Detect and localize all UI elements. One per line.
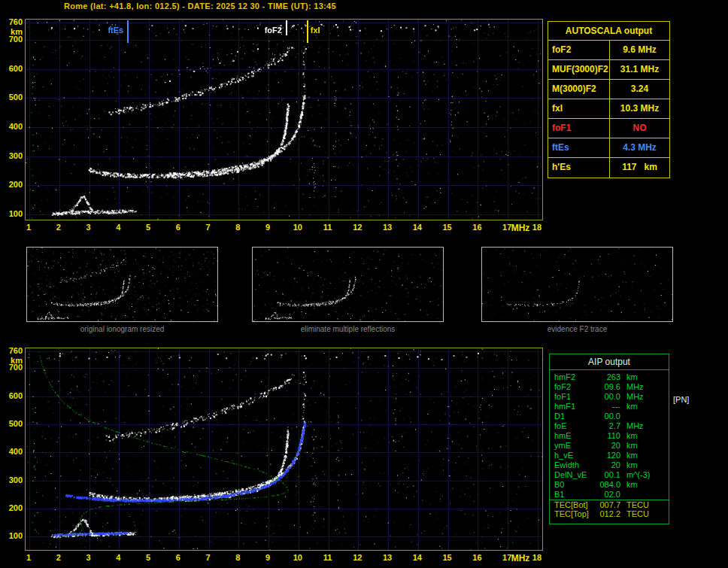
aip-param-unit: m^(-3) — [620, 470, 669, 480]
aip-table-rows: hmF2263kmfoF209.6MHzfoF100.0MHzhmF1---km… — [550, 372, 669, 519]
aip-param-value: 20 — [593, 460, 620, 470]
thumbnail-original-ionogram-canvas — [27, 248, 217, 321]
x-tick-label: 8 — [230, 223, 245, 232]
x-tick-label: 13 — [380, 553, 395, 562]
aip-row-foE: foE2.7MHz — [550, 421, 669, 431]
thumbnail-evidence-f2-trace-canvas — [482, 248, 672, 321]
autoscala-param-name: ftEs — [548, 138, 610, 157]
y-tick-label: 200 — [2, 180, 23, 189]
autoscala-param-value: 9.6 MHz — [610, 41, 669, 59]
x-tick-label: 15 — [440, 553, 455, 562]
x-tick-label: 3 — [81, 553, 96, 562]
aip-param-name: B1 — [550, 490, 593, 500]
x-tick-label: 12 — [350, 553, 365, 562]
autoscala-row-ftEs: ftEs4.3 MHz — [548, 138, 669, 158]
aip-param-unit: km — [620, 402, 669, 412]
autoscala-row-foF1: foF1NO — [548, 119, 669, 138]
aip-param-name: D1 — [550, 412, 593, 421]
x-tick-label: 16 — [469, 223, 484, 232]
aip-param-value: 20 — [593, 441, 620, 451]
x-tick-label: 9 — [260, 553, 275, 562]
x-tick-label: 7 — [201, 553, 216, 562]
aip-output-table: AIP output hmF2263kmfoF209.6MHzfoF100.0M… — [549, 354, 669, 524]
aip-row-TEC[Bot]: TEC[Bot]007.7TECU — [550, 500, 669, 509]
autoscala-row-MUF(3000)F2: MUF(3000)F231.1 MHz — [548, 60, 669, 80]
thumbnail-original-ionogram — [26, 247, 218, 322]
x-tick-label: 15 — [440, 223, 455, 232]
aip-param-name: hmE — [550, 431, 593, 441]
aip-param-unit: MHz — [620, 382, 669, 392]
y-tick-label: 300 — [2, 151, 23, 160]
thumbnail-caption-evidence: evidence F2 trace — [481, 325, 673, 333]
autoscala-param-value: 10.3 MHz — [610, 99, 669, 118]
aip-row-h_vE: h_vE120km — [550, 451, 669, 460]
aip-param-name: h_vE — [550, 451, 593, 460]
aip-param-name: ymE — [550, 441, 593, 451]
y-tick-label: 600 — [2, 64, 23, 73]
x-axis-unit: MHz — [508, 223, 532, 233]
aip-param-value: 2.7 — [593, 421, 620, 431]
x-tick-label: 13 — [380, 223, 395, 232]
x-tick-label: 1 — [21, 553, 36, 562]
aip-param-value: 00.0 — [593, 392, 620, 402]
aip-row-TEC[Top]: TEC[Top]012.2TECU — [550, 509, 669, 519]
y-tick-label: 400 — [2, 447, 23, 456]
aip-param-value: 02.0 — [593, 490, 620, 500]
y-axis-unit: km — [2, 356, 23, 365]
autoscala-row-h'Es: h'Es117 km — [548, 158, 669, 178]
aip-param-name: foF1 — [550, 392, 593, 402]
autoscala-screen: Rome (lat: +41.8, lon: 012.5) - DATE: 20… — [0, 0, 728, 568]
y-tick-label: 500 — [2, 419, 23, 428]
y-tick-label: 100 — [2, 209, 23, 218]
aip-row-foF2: foF209.6MHz — [550, 382, 669, 392]
aip-row-hmE: hmE110km — [550, 431, 669, 441]
station-header: Rome (lat: +41.8, lon: 012.5) - DATE: 20… — [64, 2, 336, 11]
aip-param-value: --- — [593, 402, 620, 412]
aip-param-name: Ewidth — [550, 460, 593, 470]
x-tick-label: 8 — [230, 553, 245, 562]
aip-param-unit: km — [620, 372, 669, 382]
annotation-label-ftEs: ftEs — [90, 26, 123, 35]
top-ionogram-canvas — [26, 20, 542, 220]
aip-param-name: TEC[Top] — [550, 509, 593, 519]
thumbnail-eliminate-reflections — [252, 247, 444, 322]
aip-row-hmF2: hmF2263km — [550, 372, 669, 382]
x-tick-label: 9 — [260, 223, 275, 232]
x-tick-label: 5 — [141, 223, 156, 232]
autoscala-row-fxI: fxI10.3 MHz — [548, 99, 669, 119]
aip-param-name: hmF1 — [550, 402, 593, 412]
autoscala-param-value: 117 km — [610, 158, 669, 178]
autoscala-param-name: foF2 — [548, 41, 610, 59]
aip-param-name: foE — [550, 421, 593, 431]
aip-param-value: 00.0 — [593, 412, 620, 421]
aip-param-name: foF2 — [550, 382, 593, 392]
pn-note: [PN] — [673, 395, 689, 404]
aip-row-foF1: foF100.0MHz — [550, 392, 669, 402]
y-tick-label: 100 — [2, 531, 23, 540]
aip-param-name: B0 — [550, 480, 593, 490]
thumbnail-evidence-f2-trace — [481, 247, 673, 322]
x-tick-label: 5 — [141, 553, 156, 562]
aip-param-value: 084.0 — [593, 480, 620, 490]
aip-row-Ewidth: Ewidth20km — [550, 460, 669, 470]
aip-param-value: 09.6 — [593, 382, 620, 392]
aip-table-title: AIP output — [550, 354, 669, 370]
aip-param-unit: km — [620, 431, 669, 441]
x-tick-label: 11 — [320, 223, 335, 232]
aip-param-unit: km — [620, 480, 669, 490]
aip-param-name: DelN_vE — [550, 470, 593, 480]
aip-param-value: 012.2 — [593, 509, 620, 519]
aip-param-unit — [620, 412, 669, 421]
x-tick-label: 12 — [350, 223, 365, 232]
x-tick-label: 2 — [51, 553, 66, 562]
aip-row-B1: B102.0 — [550, 490, 669, 500]
y-tick-label: 500 — [2, 93, 23, 102]
x-tick-label: 10 — [290, 223, 305, 232]
aip-param-unit: km — [620, 451, 669, 460]
annotation-line-fxI — [307, 20, 308, 43]
autoscala-param-name: MUF(3000)F2 — [548, 60, 610, 79]
x-tick-label: 6 — [171, 553, 186, 562]
x-tick-label: 11 — [320, 553, 335, 562]
annotation-line-foF2 — [286, 20, 287, 35]
x-tick-label: 6 — [171, 223, 186, 232]
